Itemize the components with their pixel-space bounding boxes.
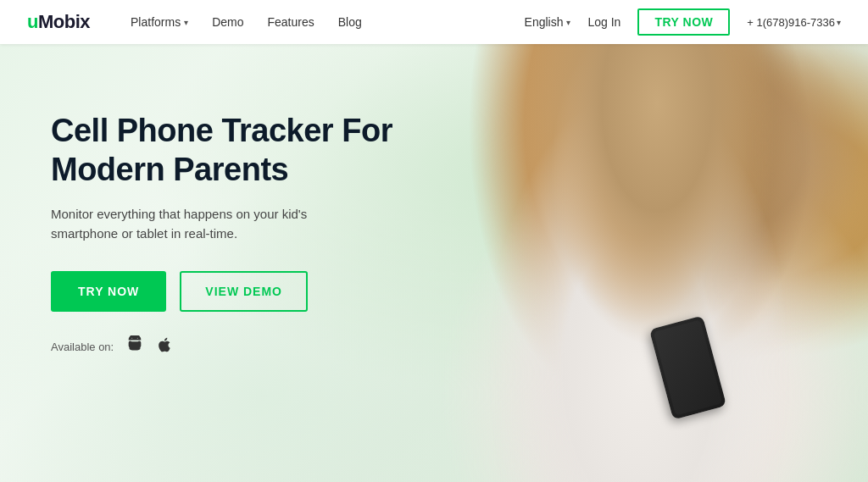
nav-right: English ▾ Log In TRY NOW + 1(678)916-733… xyxy=(525,8,841,36)
person-shape xyxy=(461,44,817,482)
nav-demo[interactable]: Demo xyxy=(212,15,243,29)
logo[interactable]: uMobix xyxy=(27,11,90,33)
language-chevron-icon: ▾ xyxy=(566,18,570,27)
nav-blog[interactable]: Blog xyxy=(338,15,362,29)
platforms-chevron-icon: ▾ xyxy=(184,18,188,27)
nav-links: Platforms ▾ Demo Features Blog xyxy=(131,15,525,29)
nav-platforms[interactable]: Platforms ▾ xyxy=(131,15,188,29)
hero-title: Cell Phone Tracker For Modern Parents xyxy=(51,112,415,189)
navbar: uMobix Platforms ▾ Demo Features Blog En… xyxy=(0,0,868,44)
hero-person-area xyxy=(391,44,868,482)
nav-try-now-button[interactable]: TRY NOW xyxy=(637,8,730,36)
nav-features[interactable]: Features xyxy=(268,15,314,29)
logo-prefix: u xyxy=(27,11,38,32)
available-label: Available on: xyxy=(51,341,114,353)
apple-icon xyxy=(156,336,173,357)
logo-name: Mobix xyxy=(38,11,90,32)
phone-chevron-icon: ▾ xyxy=(837,18,841,27)
hero-section: Cell Phone Tracker For Modern Parents Mo… xyxy=(0,44,868,482)
phone-number[interactable]: + 1(678)916-7336 ▾ xyxy=(747,16,841,29)
hero-buttons: TRY NOW VIEW DEMO xyxy=(51,271,415,312)
android-icon xyxy=(125,335,144,358)
login-link[interactable]: Log In xyxy=(587,15,620,29)
language-selector[interactable]: English ▾ xyxy=(525,15,571,29)
hero-subtitle: Monitor everything that happens on your … xyxy=(51,204,364,244)
hero-content: Cell Phone Tracker For Modern Parents Mo… xyxy=(51,112,415,358)
hero-try-now-button[interactable]: TRY NOW xyxy=(51,271,166,312)
available-platforms: Available on: xyxy=(51,335,415,358)
hero-view-demo-button[interactable]: VIEW DEMO xyxy=(180,271,308,312)
